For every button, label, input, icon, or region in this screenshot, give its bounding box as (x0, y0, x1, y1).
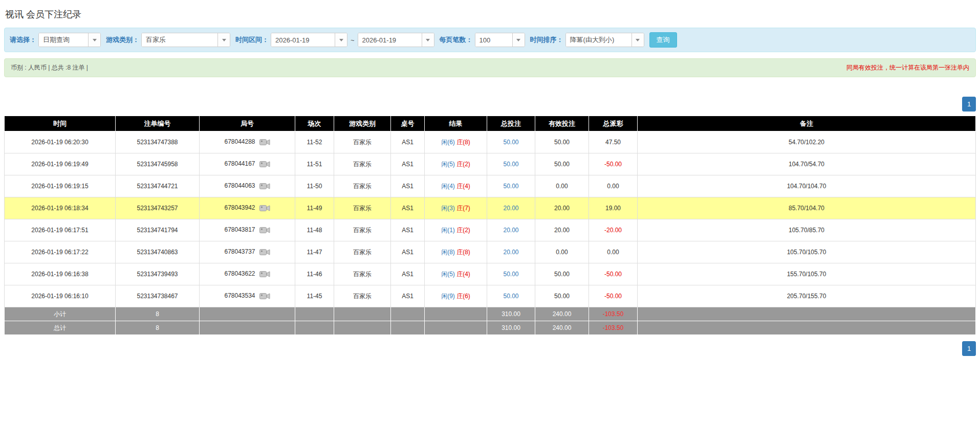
select-type-input[interactable] (39, 33, 88, 47)
result-player: 闲(6) (441, 139, 455, 146)
video-replay-icon[interactable] (259, 248, 270, 256)
search-button[interactable]: 查询 (649, 32, 677, 48)
cell-total-bet[interactable]: 20.00 (487, 241, 535, 263)
table-row: 2026-01-19 06:17:51523134741794678043817… (5, 219, 976, 241)
round-number: 678044167 (224, 160, 255, 167)
cell-bet-id: 523134741794 (116, 219, 200, 241)
column-header: 时间 (5, 116, 116, 131)
cell-result: 闲(6) 庄(8) (425, 131, 487, 153)
column-header: 场次 (295, 116, 334, 131)
select-type-caret-button[interactable] (88, 33, 100, 47)
column-header: 局号 (200, 116, 295, 131)
cell-result: 闲(5) 庄(2) (425, 153, 487, 175)
column-header: 注单编号 (116, 116, 200, 131)
cell-remark: 85.70/104.70 (638, 197, 976, 219)
cell-time: 2026-01-19 06:20:30 (5, 131, 116, 153)
video-replay-icon[interactable] (259, 270, 270, 278)
time-sort-input[interactable] (566, 33, 631, 47)
cell-game-type: 百家乐 (334, 197, 391, 219)
caret-down-icon (516, 39, 520, 41)
game-type-caret-button[interactable] (217, 33, 230, 47)
video-replay-icon[interactable] (259, 138, 270, 146)
cell-bet-id: 523134747388 (116, 131, 200, 153)
cell-table-no: AS1 (391, 263, 425, 285)
result-banker: 庄(4) (456, 183, 470, 190)
game-type-label: 游戏类别： (106, 35, 139, 44)
summary-empty-cell (638, 321, 976, 335)
cell-total-bet[interactable]: 20.00 (487, 219, 535, 241)
cell-table-no: AS1 (391, 285, 425, 307)
cell-time: 2026-01-19 06:17:22 (5, 241, 116, 263)
caret-down-icon (222, 39, 226, 41)
cell-remark: 105.70/85.70 (638, 219, 976, 241)
cell-remark: 54.70/102.20 (638, 131, 976, 153)
page-1-button[interactable]: 1 (962, 97, 976, 111)
video-replay-icon[interactable] (259, 160, 270, 168)
cell-payout: 0.00 (589, 241, 638, 263)
summary-payout: -103.50 (589, 307, 638, 321)
round-number: 678043534 (224, 292, 255, 299)
result-banker: 庄(4) (456, 271, 470, 278)
cell-time: 2026-01-19 06:17:51 (5, 219, 116, 241)
cell-valid-bet: 50.00 (535, 263, 589, 285)
video-replay-icon[interactable] (259, 204, 270, 212)
page-1-button[interactable]: 1 (962, 341, 976, 356)
cell-total-bet[interactable]: 50.00 (487, 131, 535, 153)
cell-result: 闲(8) 庄(8) (425, 241, 487, 263)
cell-payout: -50.00 (589, 263, 638, 285)
column-header: 总派彩 (589, 116, 638, 131)
column-header: 结果 (425, 116, 487, 131)
date-range-tilde: ~ (351, 36, 355, 44)
result-player: 闲(5) (441, 271, 455, 278)
date-to-caret-button[interactable] (422, 33, 434, 47)
select-type-label: 请选择： (10, 35, 36, 44)
cell-result: 闲(4) 庄(4) (425, 175, 487, 197)
pagination-top: 1 (4, 97, 976, 111)
time-sort-combo (565, 33, 644, 47)
filter-bar: 请选择： 游戏类别： 时间区间： ~ 每页笔数： 时间排序： (4, 28, 976, 52)
page-size-input[interactable] (475, 33, 512, 47)
cell-total-bet[interactable]: 50.00 (487, 285, 535, 307)
summary-count: 8 (116, 307, 200, 321)
time-sort-caret-button[interactable] (631, 33, 644, 47)
cell-table-no: AS1 (391, 175, 425, 197)
date-from-caret-button[interactable] (335, 33, 347, 47)
game-type-input[interactable] (142, 33, 217, 47)
page-size-caret-button[interactable] (512, 33, 525, 47)
caret-down-icon (636, 39, 640, 41)
cell-time: 2026-01-19 06:19:49 (5, 153, 116, 175)
cell-total-bet[interactable]: 50.00 (487, 175, 535, 197)
cell-total-bet[interactable]: 20.00 (487, 197, 535, 219)
summary-empty-cell (334, 307, 391, 321)
cell-round-id: 678044167 (200, 153, 295, 175)
cell-round-id: 678043737 (200, 241, 295, 263)
video-replay-icon[interactable] (259, 182, 270, 190)
valid-bet-notice-text: 同局有效投注，统一计算在该局第一张注单内 (846, 63, 969, 72)
summary-empty-cell (334, 321, 391, 335)
bet-records-table: 时间注单编号局号场次游戏类别桌号结果总投注有效投注总派彩备注 2026-01-1… (4, 116, 976, 335)
date-from-input[interactable] (271, 33, 335, 47)
cell-total-bet[interactable]: 50.00 (487, 263, 535, 285)
video-replay-icon[interactable] (259, 292, 270, 300)
round-number: 678043817 (224, 226, 255, 233)
summary-bar: 币别 : 人民币 | 总共 :8 注单 | 同局有效投注，统一计算在该局第一张注… (4, 58, 976, 77)
summary-empty-cell (391, 307, 425, 321)
result-banker: 庄(2) (456, 161, 470, 168)
table-row: 2026-01-19 06:18:34523134743257678043942… (5, 197, 976, 219)
date-to-input[interactable] (358, 33, 422, 47)
table-header-row: 时间注单编号局号场次游戏类别桌号结果总投注有效投注总派彩备注 (5, 116, 976, 131)
summary-label: 总计 (5, 321, 116, 335)
cell-total-bet[interactable]: 50.00 (487, 153, 535, 175)
video-replay-icon[interactable] (259, 226, 270, 234)
table-row: 2026-01-19 06:20:30523134747388678044288… (5, 131, 976, 153)
result-player: 闲(1) (441, 227, 455, 234)
cell-valid-bet: 50.00 (535, 285, 589, 307)
cell-session: 11-45 (295, 285, 334, 307)
summary-empty-cell (295, 307, 334, 321)
page-title: 视讯 会员下注纪录 (4, 4, 976, 28)
cell-session: 11-48 (295, 219, 334, 241)
cell-bet-id: 523134745958 (116, 153, 200, 175)
cell-session: 11-47 (295, 241, 334, 263)
result-player: 闲(8) (441, 249, 455, 256)
pagination-bottom: 1 (4, 341, 976, 356)
